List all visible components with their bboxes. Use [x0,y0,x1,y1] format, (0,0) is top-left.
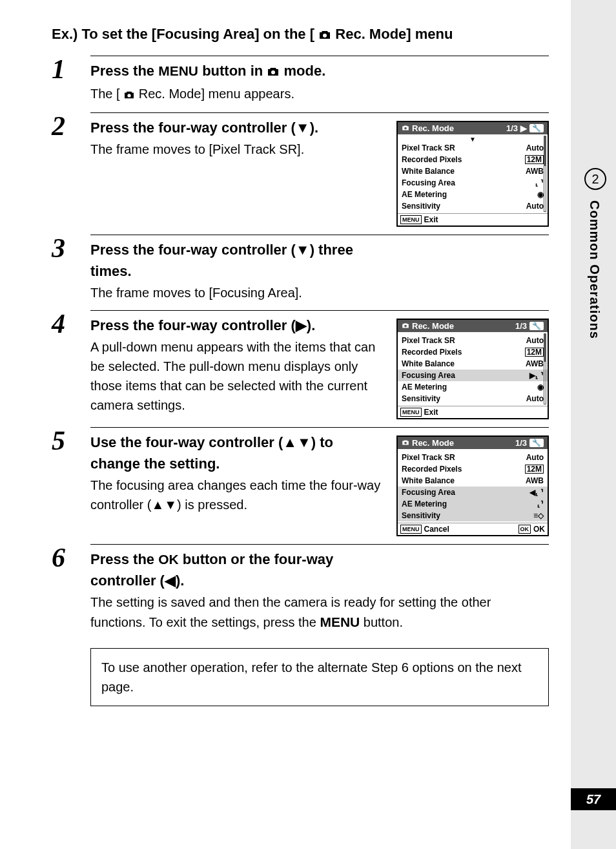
ae-metering-icon: ◉ [537,190,544,199]
svg-point-0 [323,34,326,37]
step-heading: Press the four-way controller (▼) three … [90,239,394,282]
lcd-page-indicator: 1/3 [506,123,518,133]
ae-metering-icon: ◉ [537,383,544,392]
focus-option-spot-icon: ⸤⸣ [537,499,544,508]
lcd-title-text: Rec. Mode [412,438,454,448]
lcd-scrollbar [544,333,546,404]
svg-point-5 [404,442,407,445]
svg-point-2 [128,94,130,97]
menu-button-label: MENU [400,408,422,417]
camera-icon [402,321,409,331]
step-number: 3 [52,235,90,302]
step-number: 5 [52,427,90,536]
lcd-screen-step5: Rec. Mode 1/3 🔧 Pixel Track SRAuto Recor… [396,435,549,536]
lcd-scrollbar [544,136,546,212]
step-number: 6 [52,544,90,633]
lcd-page-indicator: 1/3 [515,321,527,331]
step-number: 4 [52,310,90,419]
focus-area-icon: ⸤ ⸣ [535,178,544,187]
step-number: 2 [52,112,90,227]
step-description: The frame moves to [Focusing Area]. [90,283,394,302]
example-title: Ex.) To set the [Focusing Area] on the [… [52,26,549,44]
step-number: 1 [52,56,90,105]
svg-point-4 [404,325,407,328]
focus-area-selected-icon: ◀⸤ ⸣ [529,488,544,497]
menu-button-label: MENU [400,525,422,534]
svg-point-1 [272,71,274,74]
step-heading: Press the four-way controller (▶). [90,315,384,336]
page-number: 57 [571,788,616,810]
chapter-title-vertical: Common Operations [587,200,602,339]
step-heading: Press the OK button or the four-way cont… [90,549,394,591]
step-heading: Press the MENU button in mode. [90,60,394,83]
lcd-page-indicator: 1/3 [515,438,527,448]
lcd-title-text: Rec. Mode [412,123,454,133]
focus-area-icon: ▶⸤ ⸣ [529,371,544,380]
lcd-screen-step4: Rec. Mode 1/3 🔧 Pixel Track SRAuto Recor… [396,319,549,419]
lcd-title-text: Rec. Mode [412,321,454,331]
camera-icon [123,85,135,105]
step-description: The [ Rec. Mode] menu appears. [90,84,394,105]
step-description: The frame moves to [Pixel Track SR]. [90,140,384,159]
svg-point-3 [404,127,407,130]
note-box: To use another operation, refer to the a… [90,648,549,706]
step-description: The focusing area changes each time the … [90,476,384,514]
camera-icon [402,123,409,133]
step-heading: Press the four-way controller (▼). [90,117,384,138]
camera-icon [402,438,409,448]
wrench-icon: 🔧 [529,439,544,447]
step-heading: Use the four-way controller (▲▼) to chan… [90,432,384,474]
step-description: The setting is saved and then the camera… [90,592,549,633]
ok-button-label: OK [518,525,531,534]
menu-button-label: MENU [400,215,422,224]
camera-icon [318,27,331,44]
focus-option-tracking-icon: ≡◇ [533,511,544,520]
camera-icon [267,61,280,83]
step-description: A pull-down menu appears with the items … [90,337,384,415]
wrench-icon: 🔧 [529,322,544,330]
right-tab-icon: ▶ [520,123,527,133]
chapter-number-badge: 2 [584,168,606,190]
wrench-icon: 🔧 [529,124,544,132]
lcd-screen-step2: Rec. Mode 1/3 ▶ 🔧 ▼ Pixel Track SRAuto R… [396,121,549,227]
